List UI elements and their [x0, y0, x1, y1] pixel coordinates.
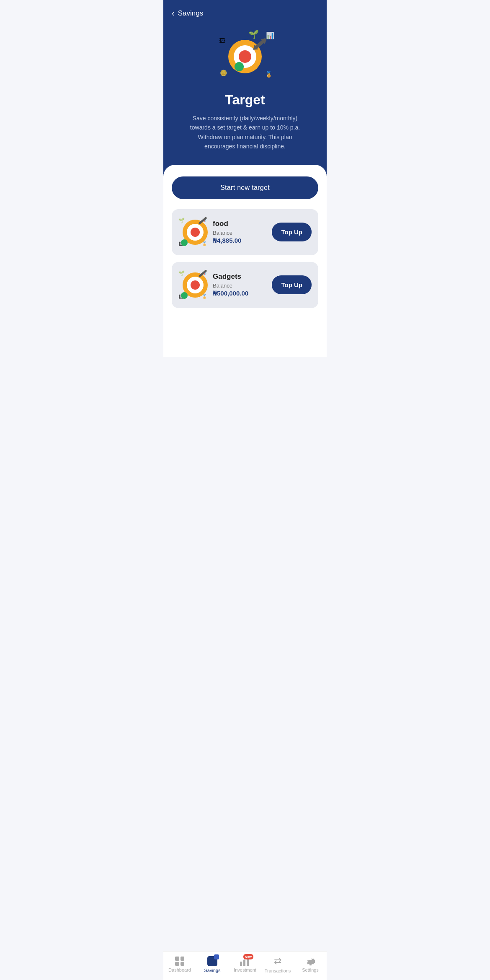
hero-section: ‹ Savings 🌱 📊 🖼 🪙 🏅 Target Save consiste… [163, 0, 327, 176]
card-green-dot [181, 239, 188, 246]
top-up-button-food[interactable]: Top Up [272, 223, 312, 241]
card-green-dot-2 [181, 292, 188, 299]
target-inner-dot [239, 50, 251, 63]
deco-coin-icon: 🪙 [220, 70, 227, 76]
back-chevron-icon: ‹ [172, 8, 175, 18]
page-wrapper: ‹ Savings 🌱 📊 🖼 🪙 🏅 Target Save consiste… [163, 0, 327, 357]
savings-card-food: 🌱 📊 🖼 🏅 food Balance ₦4,885.00 Top Up [172, 209, 318, 255]
deco-frame-icon: 🖼 [219, 37, 225, 44]
hero-illustration: 🌱 📊 🖼 🪙 🏅 [211, 29, 279, 84]
card-icon-gadgets: 🌱 📊 🖼 🏅 [178, 270, 208, 300]
target-arrow-icon [253, 38, 267, 50]
card-balance-label-gadgets: Balance [213, 283, 267, 289]
card-section: Start new target 🌱 📊 🖼 🏅 food Balance [163, 165, 327, 357]
card-balance-label-food: Balance [213, 230, 267, 236]
card-target-inner-2 [191, 280, 200, 290]
card-balance-value-food: ₦4,885.00 [213, 237, 267, 244]
card-target-inner [191, 228, 200, 237]
target-bullseye [228, 40, 262, 73]
deco-chart-icon: 📊 [266, 31, 274, 39]
back-label: Savings [178, 9, 203, 18]
card-balance-value-gadgets: ₦500,000.00 [213, 290, 267, 297]
card-name-food: food [213, 220, 267, 228]
top-up-button-gadgets[interactable]: Top Up [272, 275, 312, 294]
back-button[interactable]: ‹ Savings [172, 8, 203, 18]
card-deco-plant: 🌱 [178, 218, 185, 223]
card-info-gadgets: Gadgets Balance ₦500,000.00 [213, 272, 267, 297]
target-outer-ring [228, 40, 262, 73]
card-target-mid-2 [187, 277, 204, 293]
card-info-food: food Balance ₦4,885.00 [213, 220, 267, 244]
deco-medal-icon: 🏅 [265, 71, 272, 78]
card-target-mid [187, 224, 204, 241]
hero-title: Target [225, 92, 265, 108]
hero-description: Save consistently (daily/weekly/monthly)… [182, 114, 308, 151]
card-deco-plant-2: 🌱 [178, 270, 185, 276]
card-name-gadgets: Gadgets [213, 272, 267, 281]
start-new-target-button[interactable]: Start new target [172, 176, 318, 199]
savings-card-gadgets: 🌱 📊 🖼 🏅 Gadgets Balance ₦500,000.00 Top … [172, 262, 318, 308]
card-icon-food: 🌱 📊 🖼 🏅 [178, 218, 208, 247]
deco-plant-icon: 🌱 [248, 29, 259, 39]
hero-green-dot [235, 62, 244, 71]
